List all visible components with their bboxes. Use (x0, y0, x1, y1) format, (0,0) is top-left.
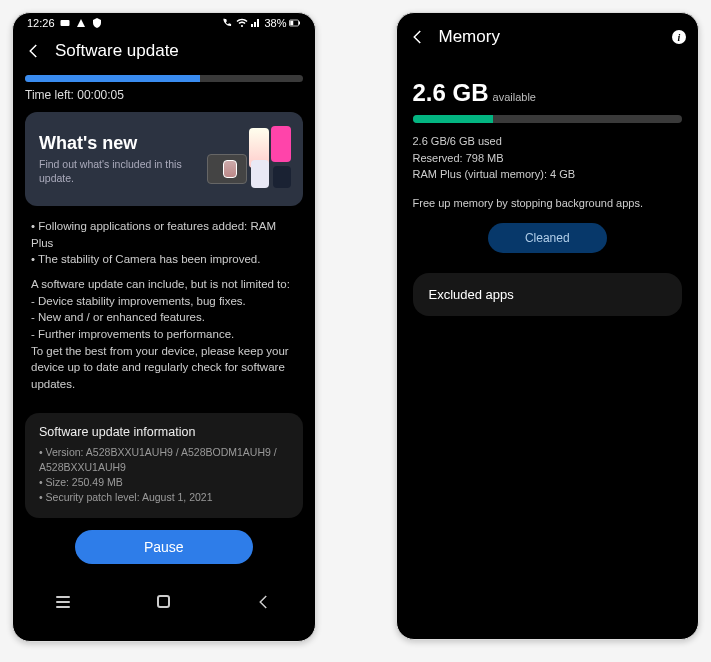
download-progress-fill (25, 75, 200, 82)
download-progress-bar (25, 75, 303, 82)
memory-usage-bar (413, 115, 683, 123)
nav-home-button[interactable] (152, 590, 176, 614)
status-icon-2 (75, 17, 87, 29)
battery-percent: 38% (264, 17, 286, 29)
pause-button[interactable]: Pause (75, 530, 253, 564)
memory-screen: Memory i 2.6 GB available 2.6 GB/6 GB us… (396, 12, 700, 640)
memory-available-label: available (493, 91, 536, 103)
nav-back-button[interactable] (252, 590, 276, 614)
memory-available-value: 2.6 GB (413, 79, 489, 107)
nav-bar (13, 582, 315, 620)
page-title: Memory (439, 27, 500, 47)
memory-stats: 2.6 GB/6 GB used Reserved: 798 MB RAM Pl… (413, 133, 683, 183)
whats-new-subtitle: Find out what's included in this update. (39, 158, 189, 185)
update-info-title: Software update information (39, 425, 289, 439)
svg-rect-3 (299, 22, 300, 25)
back-arrow-icon[interactable] (25, 42, 43, 60)
info-icon[interactable]: i (672, 30, 686, 44)
release-notes: • Following applications or features add… (25, 214, 303, 409)
memory-used: 2.6 GB/6 GB used (413, 133, 683, 150)
update-info-body: • Version: A528BXXU1AUH9 / A528BODM1AUH9… (39, 445, 289, 506)
software-update-screen: 12:26 38% Software update Time left: 00:… (12, 12, 316, 642)
svg-rect-0 (60, 20, 69, 26)
status-bar: 12:26 38% (13, 13, 315, 31)
header: Software update (13, 31, 315, 69)
time-left-label: Time left: 00:00:05 (25, 88, 303, 102)
update-info-card: Software update information • Version: A… (25, 413, 303, 518)
memory-ram-plus: RAM Plus (virtual memory): 4 GB (413, 166, 683, 183)
release-notes-p2: A software update can include, but is no… (31, 276, 297, 393)
back-arrow-icon[interactable] (409, 28, 427, 46)
memory-reserved: Reserved: 798 MB (413, 150, 683, 167)
excluded-apps-row[interactable]: Excluded apps (413, 273, 683, 316)
svg-rect-2 (290, 21, 293, 26)
excluded-apps-label: Excluded apps (429, 287, 514, 302)
header: Memory i (397, 13, 699, 55)
battery-icon (289, 17, 301, 29)
nav-recents-button[interactable] (51, 590, 75, 614)
whats-new-card[interactable]: What's new Find out what's included in t… (25, 112, 303, 206)
status-time: 12:26 (27, 17, 55, 29)
wifi-icon (236, 17, 248, 29)
memory-usage-fill (413, 115, 494, 123)
volte-icon (222, 17, 234, 29)
page-title: Software update (55, 41, 179, 61)
memory-free-up-hint: Free up memory by stopping background ap… (413, 197, 683, 209)
memory-available-heading: 2.6 GB available (413, 79, 683, 107)
whats-new-illustration (199, 124, 289, 194)
signal-icon (250, 17, 262, 29)
release-notes-p1: • Following applications or features add… (31, 218, 297, 268)
status-icon-1 (59, 17, 71, 29)
whats-new-title: What's new (39, 133, 189, 154)
cleaned-button[interactable]: Cleaned (488, 223, 607, 253)
shield-icon (91, 17, 103, 29)
